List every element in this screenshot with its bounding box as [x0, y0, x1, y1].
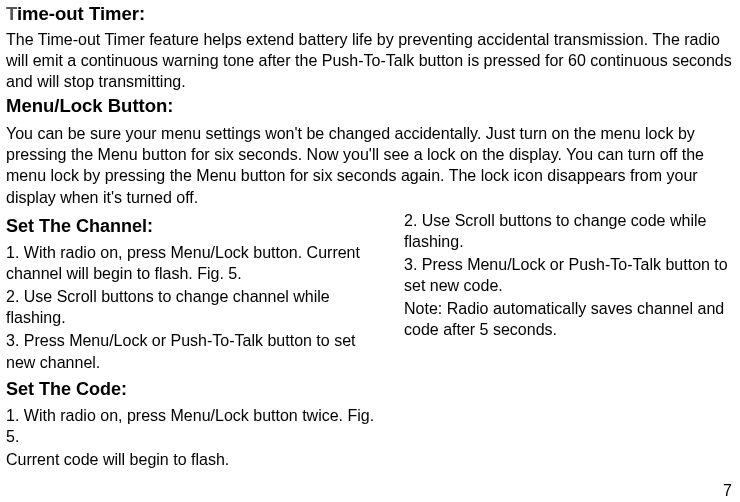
page-number: 7 [723, 480, 732, 502]
set-code-heading: Set The Code: [6, 377, 386, 401]
menu-lock-body: You can be sure your menu settings won't… [6, 123, 734, 207]
left-column: Set The Channel: 1. With radio on, press… [6, 210, 386, 473]
set-channel-step3: 3. Press Menu/Lock or Push-To-Talk butto… [6, 330, 386, 372]
set-channel-heading: Set The Channel: [6, 214, 386, 238]
heading-first-letter: T [6, 3, 17, 24]
set-code-step1: 1. With radio on, press Menu/Lock button… [6, 405, 386, 447]
set-channel-step2: 2. Use Scroll buttons to change channel … [6, 286, 386, 328]
set-code-line2: Current code will begin to flash. [6, 449, 386, 470]
timeout-timer-heading: Time-out Timer: [6, 2, 734, 27]
timeout-timer-body: The Time-out Timer feature helps extend … [6, 29, 734, 92]
set-code-note: Note: Radio automatically saves channel … [404, 298, 739, 340]
right-column: 2. Use Scroll buttons to change code whi… [404, 210, 739, 473]
set-code-step3: 3. Press Menu/Lock or Push-To-Talk butto… [404, 254, 739, 296]
heading-rest: ime-out Timer: [17, 3, 145, 24]
set-channel-step1: 1. With radio on, press Menu/Lock button… [6, 242, 386, 284]
menu-lock-heading: Menu/Lock Button: [6, 94, 734, 119]
set-code-step2: 2. Use Scroll buttons to change code whi… [404, 210, 739, 252]
